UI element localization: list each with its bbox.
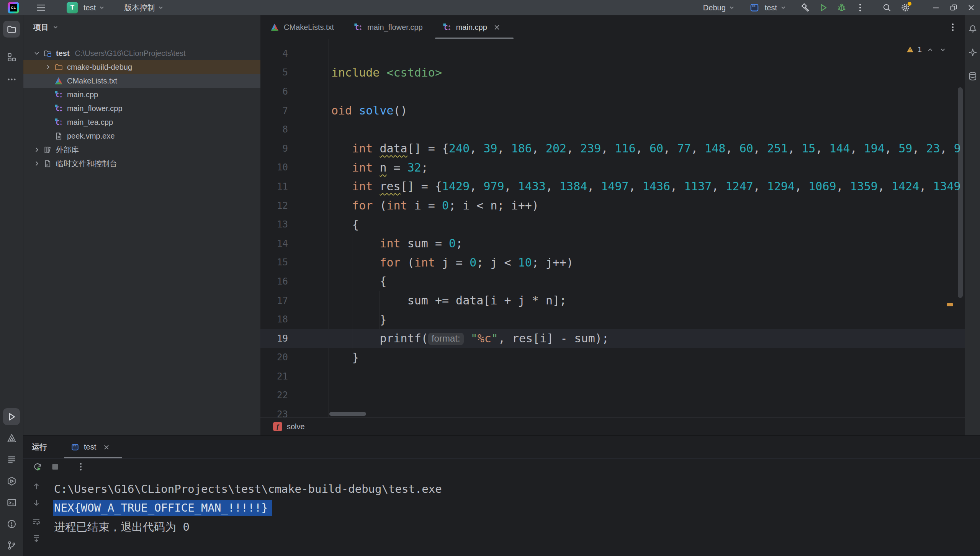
code-line-10[interactable]: 10 int n = 32; xyxy=(260,158,965,177)
settings-button[interactable] xyxy=(899,1,912,14)
line-number[interactable]: 15 xyxy=(260,257,288,268)
code-line-6[interactable]: 6 xyxy=(260,82,965,101)
search-everywhere-button[interactable] xyxy=(880,1,893,14)
scroll-to-end-icon[interactable] xyxy=(32,534,41,543)
warning-stripe-mark[interactable] xyxy=(947,303,953,306)
tree-item-main.cpp[interactable]: C++main.cpp xyxy=(23,88,260,101)
ai-assistant-button[interactable] xyxy=(968,47,978,59)
line-number[interactable]: 6 xyxy=(260,86,288,97)
tree-item-main_tea.cpp[interactable]: C++main_tea.cpp xyxy=(23,115,260,129)
maximize-button[interactable] xyxy=(945,0,962,15)
notifications-button[interactable] xyxy=(968,24,978,35)
run-config-selector[interactable]: test xyxy=(765,3,777,12)
tab-close-icon[interactable] xyxy=(492,23,501,32)
console-output[interactable]: C:\Users\G16\CLionProjects\test\cmake-bu… xyxy=(54,479,976,556)
tree-item-cmake-build-debug[interactable]: cmake-build-debug xyxy=(23,60,260,74)
editor-tab-CMakeLists.txt[interactable]: CMakeLists.txt xyxy=(260,15,344,39)
line-number[interactable]: 5 xyxy=(260,67,288,78)
code-line-16[interactable]: 16 { xyxy=(260,272,965,291)
chevron-right-icon[interactable] xyxy=(33,159,41,168)
close-icon[interactable] xyxy=(102,443,111,451)
code-line-12[interactable]: 12 for (int i = 0; i < n; i++) xyxy=(260,196,965,215)
code-line-9[interactable]: 9 int data[] = {240, 39, 186, 202, 239, … xyxy=(260,139,965,158)
main-menu-icon[interactable] xyxy=(35,2,47,13)
editor-tab-main.cpp[interactable]: C++main.cpp xyxy=(433,15,516,39)
chevron-right-icon[interactable] xyxy=(33,146,41,154)
tab-options-icon[interactable] xyxy=(948,22,958,32)
code-line-17[interactable]: 17 sum += data[i + j * n]; xyxy=(260,291,965,310)
tool-window-project-button[interactable] xyxy=(3,21,20,38)
tree-item-临时文件和控制台[interactable]: 临时文件和控制台 xyxy=(23,157,260,170)
soft-wrap-icon[interactable] xyxy=(32,517,41,526)
tool-window-problems-button[interactable] xyxy=(3,515,20,532)
editor-horizontal-scrollbar[interactable] xyxy=(329,412,366,416)
console-line-selected[interactable]: NEX{WOW_A_TRUE_OFFICE_MAN_!!!!!} xyxy=(54,499,976,518)
line-number[interactable]: 16 xyxy=(260,276,288,287)
tool-window-run-button[interactable] xyxy=(3,408,20,425)
more-actions-button[interactable] xyxy=(854,1,867,14)
code-line-19[interactable]: 19 printf(format: "%c", res[i] - sum); xyxy=(260,329,965,348)
line-number[interactable]: 20 xyxy=(260,352,288,363)
project-badge[interactable]: T xyxy=(67,2,78,13)
code-line-15[interactable]: 15 for (int j = 0; j < 10; j++) xyxy=(260,253,965,272)
chevron-right-icon[interactable] xyxy=(44,63,52,71)
tree-item-CMakeLists.txt[interactable]: CMakeLists.txt xyxy=(23,74,260,88)
line-number[interactable]: 21 xyxy=(260,371,288,382)
line-number[interactable]: 22 xyxy=(260,390,288,401)
line-number[interactable]: 13 xyxy=(260,219,288,230)
line-number[interactable]: 17 xyxy=(260,295,288,306)
line-number[interactable]: 11 xyxy=(260,181,288,192)
code-line-20[interactable]: 20 } xyxy=(260,348,965,367)
code-line-23[interactable]: 23 xyxy=(260,405,965,417)
code-line-22[interactable]: 22 xyxy=(260,386,965,405)
line-number[interactable]: 9 xyxy=(260,143,288,154)
prev-occurrence-icon[interactable] xyxy=(32,482,41,491)
code-editor[interactable]: 45include <cstdio>67oid solve()89 int da… xyxy=(260,39,965,417)
stop-button[interactable] xyxy=(50,462,60,473)
tree-item-test[interactable]: testC:\Users\G16\CLionProjects\test xyxy=(23,46,260,60)
close-button[interactable] xyxy=(962,0,980,15)
editor-tab-main_flower.cpp[interactable]: C++main_flower.cpp xyxy=(344,15,433,39)
more-options-button[interactable] xyxy=(76,462,86,473)
project-panel-header[interactable]: 项目 xyxy=(23,15,260,39)
run-tab-test[interactable]: test xyxy=(63,436,123,458)
tree-item-main_flower.cpp[interactable]: C++main_flower.cpp xyxy=(23,101,260,115)
vcs-menu[interactable]: 版本控制 xyxy=(124,3,155,13)
tool-window-services-button[interactable] xyxy=(3,473,20,489)
build-button[interactable] xyxy=(798,1,811,14)
prev-warning-icon[interactable] xyxy=(926,46,934,54)
tree-item-peek.vmp.exe[interactable]: peek.vmp.exe xyxy=(23,129,260,143)
run-button[interactable] xyxy=(817,1,830,14)
breadcrumb-function[interactable]: solve xyxy=(287,422,305,431)
build-config-selector[interactable]: Debug xyxy=(703,3,726,12)
code-line-18[interactable]: 18 } xyxy=(260,310,965,329)
chevron-down-icon[interactable] xyxy=(33,49,41,57)
database-button[interactable] xyxy=(968,71,978,83)
code-line-5[interactable]: 5include <cstdio> xyxy=(260,63,965,82)
inspection-widget[interactable]: 1 xyxy=(906,45,947,54)
code-line-14[interactable]: 14 int sum = 0; xyxy=(260,234,965,253)
code-line-21[interactable]: 21 xyxy=(260,367,965,386)
line-number[interactable]: 14 xyxy=(260,238,288,249)
code-line-7[interactable]: 7oid solve() xyxy=(260,101,965,120)
tool-window-version-control-button[interactable] xyxy=(3,537,20,554)
tool-window-cmake-button[interactable] xyxy=(3,430,20,446)
project-name[interactable]: test xyxy=(83,3,96,12)
code-line-11[interactable]: 11 int res[] = {1429, 979, 1433, 1384, 1… xyxy=(260,177,965,196)
code-line-13[interactable]: 13 { xyxy=(260,215,965,234)
line-number[interactable]: 23 xyxy=(260,409,288,417)
code-line-4[interactable]: 4 xyxy=(260,44,965,63)
line-number[interactable]: 8 xyxy=(260,124,288,135)
code-line-8[interactable]: 8 xyxy=(260,120,965,139)
console-line[interactable]: 进程已结束，退出代码为 0 xyxy=(54,518,976,537)
tree-item-外部库[interactable]: 外部库 xyxy=(23,143,260,157)
line-number[interactable]: 19 xyxy=(260,333,288,344)
next-occurrence-icon[interactable] xyxy=(32,498,41,507)
editor-vertical-scrollbar[interactable] xyxy=(958,87,963,298)
console-line[interactable]: C:\Users\G16\CLionProjects\test\cmake-bu… xyxy=(54,479,976,499)
rerun-button[interactable] xyxy=(33,462,43,473)
debug-button[interactable] xyxy=(835,1,848,14)
tool-window-more-tool-windows-button[interactable] xyxy=(3,71,20,88)
minimize-button[interactable] xyxy=(927,0,945,15)
line-number[interactable]: 4 xyxy=(260,48,288,59)
